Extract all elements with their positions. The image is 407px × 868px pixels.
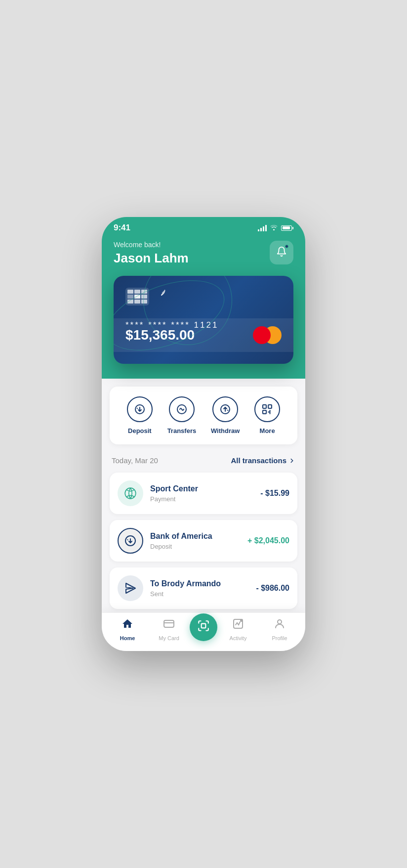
transfers-action[interactable]: Transfers	[167, 396, 197, 434]
svg-rect-5	[263, 410, 266, 414]
chip-icon	[125, 288, 149, 305]
deposit-action[interactable]: Deposit	[127, 396, 153, 434]
sport-center-type: Payment	[150, 495, 253, 503]
header-text: Welcome back! Jason Lahm	[114, 241, 270, 266]
bank-america-name: Bank of America	[150, 532, 241, 541]
svg-rect-9	[164, 620, 174, 627]
nav-profile[interactable]: Profile	[259, 618, 300, 641]
notification-dot	[285, 245, 288, 248]
svg-point-13	[278, 620, 282, 624]
nav-activity[interactable]: Activity	[217, 618, 259, 641]
mastercard-logo	[253, 326, 282, 344]
welcome-text: Welcome back!	[114, 241, 270, 249]
sport-center-icon	[118, 480, 143, 506]
wifi-icon	[270, 224, 278, 232]
my-card-icon	[163, 618, 175, 633]
withdraw-icon	[212, 396, 238, 422]
more-icon	[254, 396, 280, 422]
header: Welcome back! Jason Lahm	[102, 236, 305, 276]
brody-info: To Brody Armando Sent	[150, 579, 249, 598]
home-icon	[122, 618, 133, 633]
brody-amount: - $986.00	[256, 584, 289, 593]
svg-marker-8	[126, 583, 135, 593]
brody-icon	[118, 575, 143, 601]
transfers-label: Transfers	[167, 427, 197, 434]
withdraw-label: Withdraw	[211, 427, 240, 434]
withdraw-action[interactable]: Withdraw	[211, 396, 240, 434]
profile-icon	[274, 618, 285, 633]
status-icons	[258, 224, 293, 232]
card-top	[125, 288, 282, 305]
notification-button[interactable]	[270, 241, 293, 264]
status-bar: 9:41	[102, 217, 305, 236]
signal-icon	[258, 225, 267, 231]
sport-center-amount: - $15.99	[260, 489, 289, 498]
contactless-icon	[155, 289, 168, 304]
profile-label: Profile	[272, 635, 287, 641]
status-time: 9:41	[114, 223, 130, 233]
brody-name: To Brody Armando	[150, 579, 249, 588]
card-section: **** **** **** 1121 $15,365.00	[102, 276, 305, 379]
table-row[interactable]: To Brody Armando Sent - $986.00	[110, 567, 297, 609]
quick-actions: Deposit Transfers	[110, 387, 297, 444]
card-balance: $15,365.00	[125, 327, 195, 343]
user-name: Jason Lahm	[114, 251, 270, 266]
bell-icon	[276, 246, 287, 260]
bank-america-type: Deposit	[150, 543, 241, 550]
credit-card: **** **** **** 1121 $15,365.00	[114, 276, 293, 364]
home-label: Home	[120, 635, 135, 641]
svg-rect-4	[268, 405, 272, 408]
mastercard-red-circle	[253, 326, 271, 344]
transactions-section: Today, Mar 20 All transactions	[102, 452, 305, 619]
deposit-icon	[127, 396, 153, 422]
transfers-icon	[169, 396, 195, 422]
bank-america-amount: + $2,045.00	[247, 536, 289, 545]
nav-scan-button[interactable]	[190, 613, 217, 641]
nav-my-card[interactable]: My Card	[148, 618, 190, 641]
svg-rect-10	[202, 623, 206, 628]
bank-america-icon	[118, 528, 143, 554]
activity-label: Activity	[230, 635, 247, 641]
nav-home[interactable]: Home	[107, 618, 148, 641]
more-label: More	[260, 427, 275, 434]
transactions-header: Today, Mar 20 All transactions	[110, 456, 297, 465]
svg-point-12	[240, 619, 243, 622]
bottom-navigation: Home My Card	[102, 612, 305, 651]
my-card-label: My Card	[159, 635, 179, 641]
sport-center-info: Sport Center Payment	[150, 484, 253, 503]
transactions-date: Today, Mar 20	[112, 456, 158, 465]
scan-icon	[197, 619, 210, 635]
sport-center-name: Sport Center	[150, 484, 253, 493]
more-action[interactable]: More	[254, 396, 280, 434]
table-row[interactable]: Sport Center Payment - $15.99	[110, 473, 297, 514]
battery-icon	[281, 225, 293, 231]
deposit-label: Deposit	[128, 427, 152, 434]
svg-rect-3	[263, 405, 266, 408]
bank-america-info: Bank of America Deposit	[150, 532, 241, 550]
table-row[interactable]: Bank of America Deposit + $2,045.00	[110, 520, 297, 562]
activity-icon	[232, 618, 244, 633]
all-transactions-link[interactable]: All transactions	[231, 456, 295, 465]
brody-type: Sent	[150, 590, 249, 598]
